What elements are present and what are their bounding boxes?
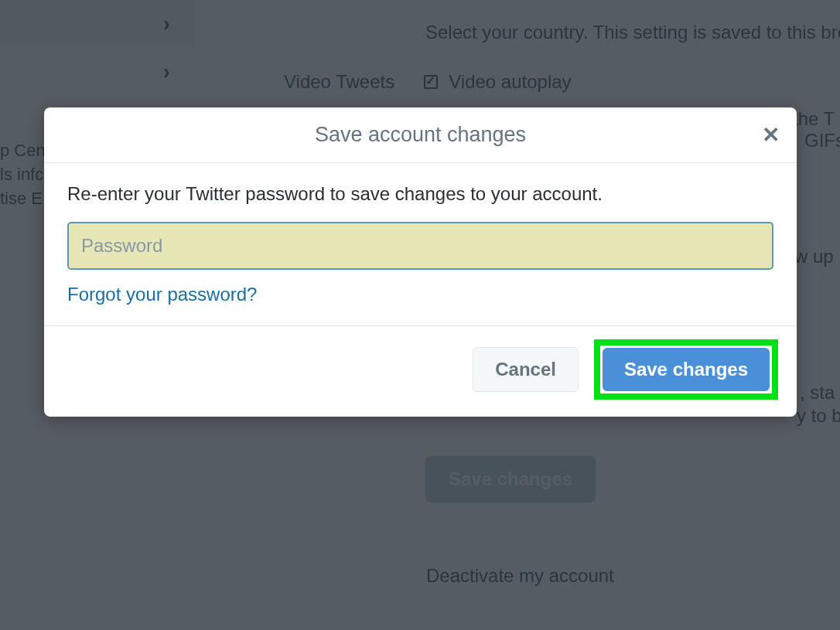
- modal-title: Save account changes: [315, 123, 526, 147]
- modal-body: Re-enter your Twitter password to save c…: [44, 163, 797, 325]
- save-changes-button[interactable]: Save changes: [603, 348, 770, 391]
- save-changes-modal: Save account changes ✕ Re-enter your Twi…: [44, 107, 797, 417]
- save-button-highlight: Save changes: [594, 339, 778, 400]
- modal-footer: Cancel Save changes: [44, 325, 797, 417]
- modal-header: Save account changes ✕: [44, 107, 797, 163]
- forgot-password-link[interactable]: Forgot your password?: [67, 284, 257, 305]
- close-icon[interactable]: ✕: [756, 121, 784, 149]
- modal-instruction: Re-enter your Twitter password to save c…: [67, 183, 773, 205]
- cancel-button[interactable]: Cancel: [473, 347, 579, 392]
- password-input[interactable]: [67, 222, 773, 270]
